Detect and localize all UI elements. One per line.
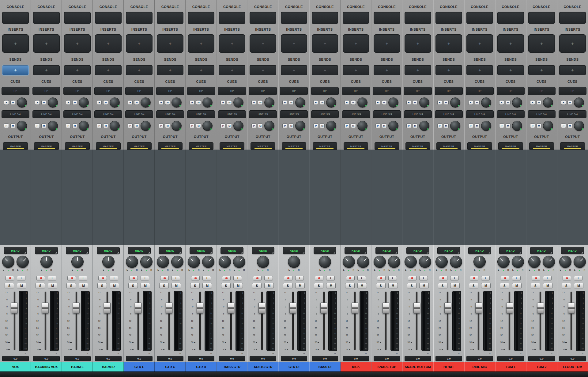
cue-bus-line34-label[interactable]: LINE 3/4 xyxy=(280,110,308,118)
automation-mode-button[interactable]: READ xyxy=(66,247,89,254)
cue-line34-mute-button[interactable]: M xyxy=(289,124,294,128)
insert-add-slot[interactable]: + xyxy=(343,34,369,53)
cue-hp-level-knob[interactable] xyxy=(419,97,429,108)
cue-line34-mute-button[interactable]: M xyxy=(134,124,139,128)
automation-mode-button[interactable]: READ xyxy=(128,247,151,254)
pan-knob-left[interactable] xyxy=(343,256,355,268)
record-arm-button[interactable] xyxy=(160,276,169,280)
send-add-slot[interactable]: + xyxy=(405,65,431,75)
mute-button[interactable]: M xyxy=(264,283,274,288)
channel-name-label[interactable]: RIDE MIC xyxy=(464,362,495,371)
fader-cap[interactable] xyxy=(506,303,513,314)
fader-cap[interactable] xyxy=(73,303,80,314)
fader-cap[interactable] xyxy=(383,303,389,314)
cue-bus-hp-label[interactable]: HP xyxy=(2,87,29,95)
fader-cap[interactable] xyxy=(444,303,451,314)
channel-name-label[interactable]: TOM 1 xyxy=(495,362,526,371)
cue-hp-pan-button[interactable]: P xyxy=(97,100,102,105)
solo-button[interactable]: S xyxy=(283,283,292,288)
send-add-slot[interactable]: + xyxy=(528,65,555,75)
cue-line34-mute-button[interactable]: M xyxy=(165,124,170,128)
console-slot[interactable] xyxy=(343,12,369,24)
volume-fader[interactable] xyxy=(258,291,266,351)
cue-bus-hp-label[interactable]: HP xyxy=(125,87,153,95)
pan-knob-right[interactable] xyxy=(574,256,586,268)
cue-line34-pan-button[interactable]: P xyxy=(251,124,256,128)
cue-hp-mute-button[interactable]: M xyxy=(72,100,77,105)
cue-line34-level-knob[interactable] xyxy=(172,121,182,131)
automation-mode-button[interactable]: READ xyxy=(468,247,491,254)
cue-line34-pan-button[interactable]: P xyxy=(282,124,287,128)
automation-mode-button[interactable]: READ xyxy=(35,247,58,254)
cue-line34-level-knob[interactable] xyxy=(543,121,553,131)
console-slot[interactable] xyxy=(559,12,586,24)
output-master-button[interactable]: MASTER xyxy=(529,142,554,150)
channel-name-label[interactable]: BASS DI xyxy=(309,362,340,371)
record-arm-button[interactable] xyxy=(129,276,138,280)
cue-hp-mute-button[interactable]: M xyxy=(258,100,263,105)
cue-hp-pan-button[interactable]: P xyxy=(128,100,133,105)
channel-name-label[interactable]: GTR DI xyxy=(278,362,309,371)
output-master-button[interactable]: MASTER xyxy=(405,142,430,150)
input-monitor-button[interactable]: I xyxy=(295,276,304,280)
cue-hp-mute-button[interactable]: M xyxy=(196,100,201,105)
cue-line34-mute-button[interactable]: M xyxy=(475,124,480,128)
insert-add-slot[interactable]: + xyxy=(466,34,493,53)
insert-add-slot[interactable]: + xyxy=(2,34,29,53)
channel-name-label[interactable]: VOX xyxy=(0,362,31,371)
insert-add-slot[interactable]: + xyxy=(497,34,524,53)
mute-button[interactable]: M xyxy=(481,283,491,288)
fader-cap[interactable] xyxy=(197,303,203,314)
cue-bus-line34-label[interactable]: LINE 3/4 xyxy=(63,110,91,118)
solo-button[interactable]: S xyxy=(97,283,107,288)
cue-line34-pan-button[interactable]: P xyxy=(313,124,318,128)
input-monitor-button[interactable]: I xyxy=(17,276,25,280)
insert-add-slot[interactable]: + xyxy=(157,34,183,53)
mute-button[interactable]: M xyxy=(17,283,26,288)
automation-mode-button[interactable]: READ xyxy=(190,247,213,254)
cue-line34-level-knob[interactable] xyxy=(48,121,58,131)
input-monitor-button[interactable]: I xyxy=(574,276,582,280)
output-master-button[interactable]: MASTER xyxy=(251,142,275,150)
cue-hp-level-knob[interactable] xyxy=(388,97,398,108)
cue-line34-pan-button[interactable]: P xyxy=(345,124,349,128)
pan-knob-left[interactable] xyxy=(157,256,169,268)
cue-bus-line34-label[interactable]: LINE 3/4 xyxy=(249,110,277,118)
record-arm-button[interactable] xyxy=(284,276,292,280)
automation-mode-button[interactable]: READ xyxy=(530,247,553,254)
automation-mode-button[interactable]: READ xyxy=(561,247,584,254)
channel-name-label[interactable]: BACKING VOX xyxy=(31,362,62,371)
cue-hp-mute-button[interactable]: M xyxy=(567,100,572,105)
solo-button[interactable]: S xyxy=(5,283,14,288)
mute-button[interactable]: M xyxy=(512,283,522,288)
channel-name-label[interactable]: GTR L xyxy=(124,362,155,371)
automation-mode-button[interactable]: READ xyxy=(252,247,275,254)
console-slot[interactable] xyxy=(312,12,338,24)
volume-fader[interactable] xyxy=(165,291,173,351)
console-slot[interactable] xyxy=(466,12,493,24)
cue-hp-mute-button[interactable]: M xyxy=(475,100,480,105)
insert-add-slot[interactable]: + xyxy=(559,34,586,53)
send-add-slot[interactable]: + xyxy=(312,65,338,75)
pan-knob[interactable] xyxy=(288,256,300,268)
pan-knob[interactable] xyxy=(40,256,53,268)
cue-hp-level-knob[interactable] xyxy=(48,97,58,108)
solo-button[interactable]: S xyxy=(345,283,355,288)
cue-hp-mute-button[interactable]: M xyxy=(506,100,511,105)
cue-line34-mute-button[interactable]: M xyxy=(258,124,263,128)
fader-cap[interactable] xyxy=(320,303,327,314)
send-add-slot[interactable]: + xyxy=(374,65,400,75)
send-add-slot[interactable]: + xyxy=(281,65,307,75)
cue-hp-pan-button[interactable]: P xyxy=(282,100,287,105)
mute-button[interactable]: M xyxy=(233,283,243,288)
cue-bus-line34-label[interactable]: LINE 3/4 xyxy=(466,110,494,118)
input-monitor-button[interactable]: I xyxy=(357,276,366,280)
cue-hp-level-knob[interactable] xyxy=(172,97,182,108)
volume-fader[interactable] xyxy=(506,291,514,351)
volume-fader[interactable] xyxy=(567,291,575,351)
automation-mode-button[interactable]: READ xyxy=(314,247,337,254)
console-slot[interactable] xyxy=(374,12,400,24)
console-slot[interactable] xyxy=(497,12,524,24)
mute-button[interactable]: M xyxy=(450,283,460,288)
input-monitor-button[interactable]: I xyxy=(172,276,180,280)
